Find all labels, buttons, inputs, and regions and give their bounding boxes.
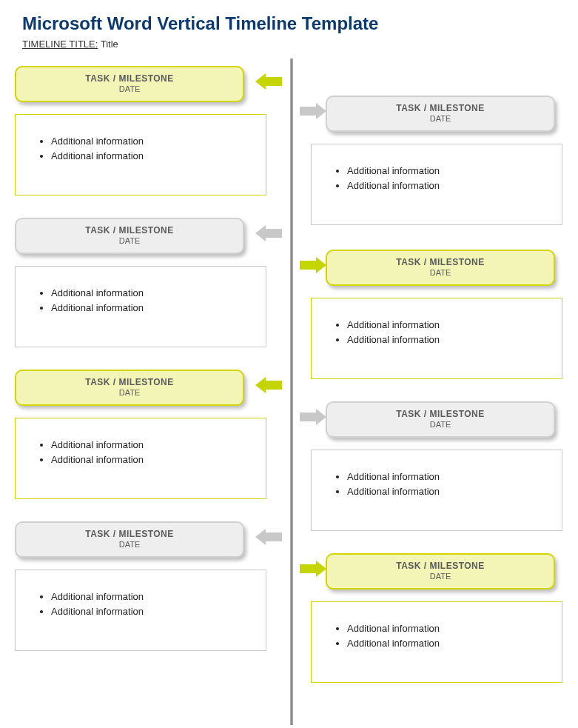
milestone-box[interactable]: TASK / MILESTONE DATE bbox=[15, 218, 244, 254]
list-item: Additional information bbox=[51, 438, 258, 453]
milestone-date: DATE bbox=[16, 540, 243, 549]
milestone-date: DATE bbox=[327, 268, 554, 277]
milestone-box[interactable]: TASK / MILESTONE DATE bbox=[15, 521, 244, 558]
info-box[interactable]: Additional information Additional inform… bbox=[15, 418, 266, 499]
milestone-label: TASK / MILESTONE bbox=[327, 561, 554, 571]
info-box[interactable]: Additional information Additional inform… bbox=[311, 450, 562, 531]
svg-marker-5 bbox=[300, 409, 326, 425]
info-box[interactable]: Additional information Additional inform… bbox=[15, 114, 266, 196]
milestone-label: TASK / MILESTONE bbox=[327, 257, 554, 267]
milestone-label: TASK / MILESTONE bbox=[16, 529, 243, 539]
list-item: Additional information bbox=[51, 149, 258, 164]
milestone-label: TASK / MILESTONE bbox=[16, 377, 243, 387]
info-list: Additional information Additional inform… bbox=[334, 470, 554, 498]
info-list: Additional information Additional inform… bbox=[334, 164, 554, 193]
list-item: Additional information bbox=[347, 470, 554, 484]
list-item: Additional information bbox=[347, 636, 554, 651]
page-title: Microsoft Word Vertical Timeline Templat… bbox=[0, 0, 578, 37]
svg-marker-4 bbox=[255, 377, 282, 393]
svg-marker-0 bbox=[255, 73, 282, 90]
list-item: Additional information bbox=[347, 318, 554, 333]
list-item: Additional information bbox=[51, 301, 258, 315]
list-item: Additional information bbox=[51, 453, 258, 467]
arrow-right-icon bbox=[300, 561, 326, 577]
list-item: Additional information bbox=[51, 604, 258, 619]
milestone-label: TASK / MILESTONE bbox=[327, 103, 554, 113]
list-item: Additional information bbox=[347, 164, 554, 178]
arrow-left-icon bbox=[255, 225, 282, 241]
milestone-box[interactable]: TASK / MILESTONE DATE bbox=[326, 553, 555, 590]
svg-marker-3 bbox=[300, 257, 326, 273]
milestone-box[interactable]: TASK / MILESTONE DATE bbox=[326, 250, 555, 286]
list-item: Additional information bbox=[347, 333, 554, 347]
info-box[interactable]: Additional information Additional inform… bbox=[311, 601, 562, 683]
milestone-date: DATE bbox=[327, 572, 554, 581]
arrow-right-icon bbox=[300, 409, 326, 425]
arrow-left-icon bbox=[255, 377, 282, 393]
center-line bbox=[290, 59, 293, 725]
info-list: Additional information Additional inform… bbox=[38, 134, 258, 163]
info-box[interactable]: Additional information Additional inform… bbox=[311, 298, 562, 379]
milestone-date: DATE bbox=[327, 420, 554, 429]
info-list: Additional information Additional inform… bbox=[334, 621, 554, 650]
milestone-box[interactable]: TASK / MILESTONE DATE bbox=[15, 66, 244, 102]
milestone-label: TASK / MILESTONE bbox=[16, 225, 243, 236]
list-item: Additional information bbox=[347, 178, 554, 193]
svg-marker-6 bbox=[255, 529, 282, 545]
milestone-date: DATE bbox=[16, 84, 243, 93]
list-item: Additional information bbox=[347, 484, 554, 499]
milestone-date: DATE bbox=[327, 114, 554, 123]
milestone-box[interactable]: TASK / MILESTONE DATE bbox=[15, 370, 244, 406]
list-item: Additional information bbox=[51, 134, 258, 149]
list-item: Additional information bbox=[51, 286, 258, 301]
arrow-left-icon bbox=[255, 73, 282, 90]
svg-marker-7 bbox=[300, 561, 326, 577]
arrow-left-icon bbox=[255, 529, 282, 545]
milestone-label: TASK / MILESTONE bbox=[16, 73, 243, 84]
svg-marker-1 bbox=[300, 103, 326, 119]
timeline-title-label: TIMELINE TITLE: bbox=[22, 39, 98, 50]
list-item: Additional information bbox=[51, 590, 258, 604]
arrow-right-icon bbox=[300, 103, 326, 119]
subtitle-row: TIMELINE TITLE: Title bbox=[0, 37, 578, 59]
milestone-box[interactable]: TASK / MILESTONE DATE bbox=[326, 401, 555, 438]
milestone-date: DATE bbox=[16, 388, 243, 397]
info-box[interactable]: Additional information Additional inform… bbox=[15, 570, 266, 651]
arrow-right-icon bbox=[300, 257, 326, 273]
timeline-area: TASK / MILESTONE DATE Additional informa… bbox=[0, 59, 578, 725]
info-box[interactable]: Additional information Additional inform… bbox=[15, 266, 266, 347]
info-box[interactable]: Additional information Additional inform… bbox=[311, 144, 562, 225]
list-item: Additional information bbox=[347, 621, 554, 636]
svg-marker-2 bbox=[255, 225, 282, 241]
timeline-title-value[interactable]: Title bbox=[101, 39, 118, 50]
milestone-label: TASK / MILESTONE bbox=[327, 409, 554, 419]
info-list: Additional information Additional inform… bbox=[38, 286, 258, 315]
info-list: Additional information Additional inform… bbox=[38, 590, 258, 618]
milestone-date: DATE bbox=[16, 236, 243, 245]
info-list: Additional information Additional inform… bbox=[38, 438, 258, 467]
milestone-box[interactable]: TASK / MILESTONE DATE bbox=[326, 96, 555, 132]
info-list: Additional information Additional inform… bbox=[334, 318, 554, 347]
